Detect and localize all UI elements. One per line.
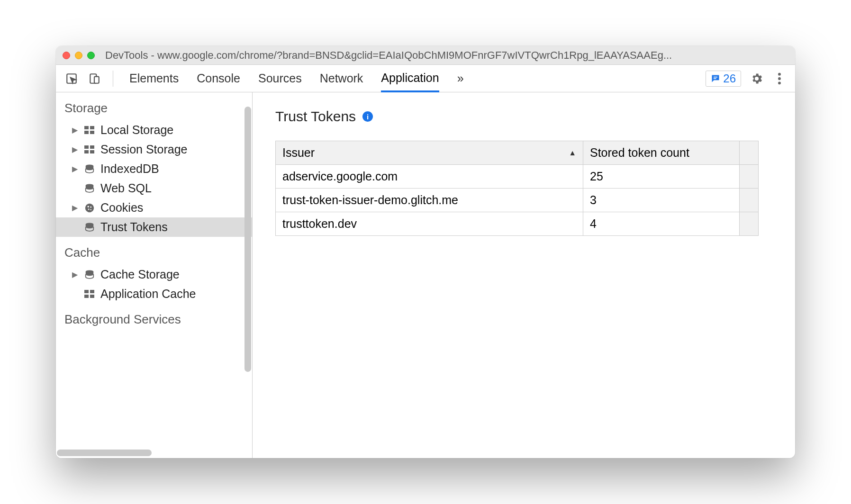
database-icon <box>83 270 96 280</box>
sidebar-section-cache: Cache <box>56 237 252 265</box>
svg-rect-14 <box>84 150 89 153</box>
sidebar-item-label: Application Cache <box>100 287 196 301</box>
tab-application[interactable]: Application <box>381 65 439 92</box>
expand-arrow-icon: ▶ <box>72 270 79 279</box>
sidebar-horizontal-scrollbar[interactable] <box>57 450 152 456</box>
svg-point-21 <box>88 208 90 210</box>
svg-rect-12 <box>84 145 89 149</box>
cell-filler <box>740 165 759 189</box>
svg-rect-2 <box>94 76 99 83</box>
table-row[interactable]: trusttoken.dev 4 <box>276 212 759 236</box>
svg-rect-25 <box>84 290 89 293</box>
table-row[interactable]: adservice.google.com 25 <box>276 165 759 189</box>
minimize-window-button[interactable] <box>75 52 82 59</box>
column-header-label: Issuer <box>282 146 315 159</box>
console-message-count[interactable]: 26 <box>706 71 741 87</box>
settings-icon[interactable] <box>750 72 764 86</box>
message-count-value: 26 <box>723 72 736 85</box>
sidebar-item-trust-tokens[interactable]: Trust Tokens <box>56 217 252 237</box>
svg-rect-26 <box>90 290 94 293</box>
message-icon <box>711 74 720 83</box>
svg-rect-27 <box>84 295 89 298</box>
expand-arrow-icon: ▶ <box>72 164 79 173</box>
count-cell: 25 <box>583 165 740 189</box>
sidebar-vertical-scrollbar[interactable] <box>244 107 251 372</box>
tab-console[interactable]: Console <box>197 65 240 92</box>
count-cell: 3 <box>583 189 740 212</box>
sidebar-item-label: IndexedDB <box>100 162 159 176</box>
toolbar-divider <box>113 71 113 87</box>
column-filler <box>740 141 759 165</box>
expand-arrow-icon: ▶ <box>72 126 79 135</box>
svg-point-7 <box>778 81 781 84</box>
svg-rect-28 <box>90 295 94 298</box>
devtools-tabs: Elements Console Sources Network Applica… <box>129 65 464 92</box>
device-toolbar-icon[interactable] <box>87 72 101 86</box>
window-titlebar: DevTools - www.google.com/chrome/?brand=… <box>56 46 795 65</box>
svg-point-20 <box>90 206 91 207</box>
svg-point-22 <box>91 209 91 210</box>
sidebar-item-label: Cache Storage <box>100 268 180 281</box>
sidebar-item-label: Trust Tokens <box>100 220 168 234</box>
svg-point-18 <box>85 203 94 212</box>
tab-sources[interactable]: Sources <box>258 65 302 92</box>
close-window-button[interactable] <box>63 52 70 59</box>
devtools-toolbar: Elements Console Sources Network Applica… <box>56 65 795 92</box>
sidebar-item-label: Web SQL <box>100 181 152 195</box>
svg-rect-11 <box>90 131 94 134</box>
grid-icon <box>83 290 96 298</box>
traffic-lights <box>63 52 95 59</box>
sidebar-item-label: Cookies <box>100 201 143 215</box>
more-options-icon[interactable] <box>772 72 787 86</box>
maximize-window-button[interactable] <box>87 52 95 59</box>
grid-icon <box>83 126 96 135</box>
inspect-element-icon[interactable] <box>64 72 79 86</box>
sidebar-item-label: Session Storage <box>100 143 187 156</box>
sidebar-item-application-cache[interactable]: Application Cache <box>56 284 252 304</box>
info-icon[interactable]: i <box>362 111 373 122</box>
sidebar-item-web-sql[interactable]: Web SQL <box>56 179 252 198</box>
svg-rect-13 <box>90 145 94 149</box>
cell-filler <box>740 189 759 212</box>
svg-rect-4 <box>714 78 716 79</box>
application-sidebar: Storage ▶ Local Storage ▶ Session Storag… <box>56 92 253 458</box>
expand-arrow-icon: ▶ <box>72 145 79 154</box>
svg-rect-8 <box>84 126 89 129</box>
svg-rect-15 <box>90 150 94 153</box>
tabs-overflow-button[interactable]: » <box>457 65 464 92</box>
sidebar-item-indexeddb[interactable]: ▶ IndexedDB <box>56 159 252 179</box>
grid-icon <box>83 145 96 154</box>
database-icon <box>83 183 96 194</box>
column-header-count[interactable]: Stored token count <box>583 141 740 165</box>
sidebar-section-storage: Storage <box>56 92 252 120</box>
svg-rect-10 <box>84 131 89 134</box>
issuer-cell: trust-token-issuer-demo.glitch.me <box>276 189 583 212</box>
devtools-content: Storage ▶ Local Storage ▶ Session Storag… <box>56 92 795 458</box>
tab-network[interactable]: Network <box>320 65 363 92</box>
count-cell: 4 <box>583 212 740 236</box>
column-header-issuer[interactable]: Issuer ▲ <box>276 141 583 165</box>
trust-tokens-table: Issuer ▲ Stored token count adservice.go… <box>275 141 759 236</box>
trust-tokens-pane: Trust Tokens i Issuer ▲ Stored token cou… <box>253 92 795 458</box>
sidebar-section-background-services: Background Services <box>56 304 252 332</box>
svg-rect-9 <box>90 126 94 129</box>
issuer-cell: adservice.google.com <box>276 165 583 189</box>
sidebar-item-cookies[interactable]: ▶ Cookies <box>56 198 252 217</box>
sidebar-item-cache-storage[interactable]: ▶ Cache Storage <box>56 265 252 284</box>
svg-point-19 <box>88 206 89 207</box>
sidebar-item-session-storage[interactable]: ▶ Session Storage <box>56 140 252 159</box>
database-icon <box>83 222 96 233</box>
sidebar-item-local-storage[interactable]: ▶ Local Storage <box>56 120 252 140</box>
cell-filler <box>740 212 759 236</box>
svg-rect-3 <box>714 76 717 77</box>
table-row[interactable]: trust-token-issuer-demo.glitch.me 3 <box>276 189 759 212</box>
devtools-window: DevTools - www.google.com/chrome/?brand=… <box>56 46 795 458</box>
database-icon <box>83 164 96 174</box>
column-header-label: Stored token count <box>590 146 689 159</box>
window-title: DevTools - www.google.com/chrome/?brand=… <box>105 49 788 62</box>
svg-point-5 <box>778 72 781 75</box>
expand-arrow-icon: ▶ <box>72 203 79 212</box>
sort-ascending-icon: ▲ <box>569 149 576 157</box>
tab-elements[interactable]: Elements <box>129 65 179 92</box>
svg-point-6 <box>778 77 781 80</box>
